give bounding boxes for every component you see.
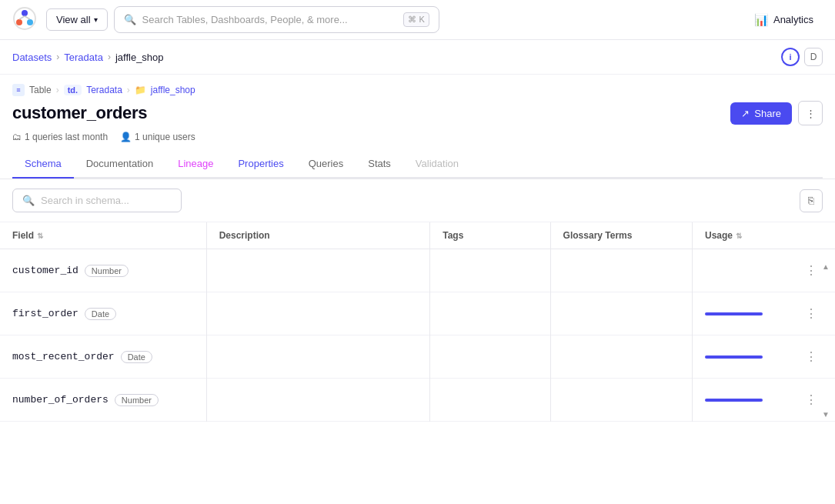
field-name: customer_id Number bbox=[12, 265, 194, 277]
asset-bc-db[interactable]: Teradata bbox=[86, 85, 122, 95]
svg-point-1 bbox=[22, 10, 28, 16]
usage-cell bbox=[692, 335, 787, 379]
usage-cell bbox=[692, 292, 787, 335]
schema-tabs: Schema Documentation Lineage Properties … bbox=[12, 150, 823, 179]
asset-title-row: customer_orders ↗ Share ⋮ bbox=[12, 101, 823, 125]
more-cell: ⋮ bbox=[787, 335, 835, 379]
usage-cell bbox=[692, 249, 787, 292]
bc-sep-1: › bbox=[56, 52, 59, 62]
asset-meta: 🗂 1 queries last month 👤 1 unique users bbox=[12, 132, 823, 142]
more-cell: ⋮ bbox=[787, 292, 835, 335]
breadcrumb-current: jaffle_shop bbox=[115, 52, 164, 63]
svg-line-4 bbox=[19, 16, 25, 19]
tab-queries[interactable]: Queries bbox=[296, 150, 356, 179]
tab-schema[interactable]: Schema bbox=[12, 150, 74, 179]
top-navigation: View all ▾ 🔍 Search Tables, Dashboards, … bbox=[0, 0, 835, 40]
description-cell bbox=[206, 379, 430, 422]
breadcrumb-teradata[interactable]: Teradata bbox=[64, 52, 103, 63]
scroll-down-indicator[interactable]: ▼ bbox=[820, 410, 832, 419]
keyboard-shortcut: ⌘ K bbox=[403, 12, 429, 27]
bar-chart-icon: 📊 bbox=[754, 13, 769, 27]
query-icon: 🗂 bbox=[12, 132, 22, 142]
view-all-button[interactable]: View all ▾ bbox=[46, 8, 108, 31]
search-schema-icon: 🔍 bbox=[22, 195, 35, 206]
field-name-text: first_order bbox=[12, 308, 78, 319]
tab-validation[interactable]: Validation bbox=[403, 150, 471, 179]
th-glossary: Glossary Terms bbox=[550, 222, 692, 249]
tab-documentation[interactable]: Documentation bbox=[74, 150, 165, 179]
users-icon: 👤 bbox=[120, 132, 132, 142]
usage-cell bbox=[692, 379, 787, 422]
tags-col-label: Tags bbox=[443, 230, 463, 241]
field-name: number_of_orders Number bbox=[12, 394, 194, 406]
asset-bc-type: Table bbox=[29, 85, 52, 95]
tab-lineage[interactable]: Lineage bbox=[165, 150, 225, 179]
type-badge: Number bbox=[85, 265, 129, 277]
usage-bar bbox=[705, 399, 763, 402]
asset-breadcrumb: ≡ Table › td. Teradata › 📁 jaffle_shop bbox=[12, 84, 823, 96]
table-row: most_recent_order Date ⋮ bbox=[0, 335, 835, 379]
queries-meta: 🗂 1 queries last month bbox=[12, 132, 108, 142]
queries-meta-text: 1 queries last month bbox=[25, 132, 108, 142]
tab-stats[interactable]: Stats bbox=[356, 150, 403, 179]
table-row: number_of_orders Number ⋮ bbox=[0, 379, 835, 422]
search-bar[interactable]: 🔍 Search Tables, Dashboards, People, & m… bbox=[114, 6, 439, 33]
field-col-label: Field bbox=[12, 230, 34, 241]
field-sort-icon[interactable]: ⇅ bbox=[37, 232, 43, 240]
field-name: first_order Date bbox=[12, 308, 194, 320]
asset-header: ≡ Table › td. Teradata › 📁 jaffle_shop c… bbox=[0, 75, 835, 179]
glossary-cell bbox=[550, 249, 692, 292]
glossary-col-label: Glossary Terms bbox=[563, 230, 633, 241]
schema-search[interactable]: 🔍 Search in schema... bbox=[12, 189, 182, 212]
field-cell: number_of_orders Number bbox=[0, 379, 206, 422]
breadcrumb-datasets[interactable]: Datasets bbox=[12, 52, 52, 63]
usage-sort-icon[interactable]: ⇅ bbox=[736, 232, 742, 240]
table-icon: ≡ bbox=[12, 84, 25, 96]
chevron-down-icon: ▾ bbox=[94, 15, 98, 24]
users-meta: 👤 1 unique users bbox=[120, 132, 195, 142]
usage-bar bbox=[705, 355, 763, 359]
description-cell bbox=[206, 249, 430, 292]
schema-table-wrapper: Field ⇅ Description Tags Glossary Terms bbox=[0, 222, 835, 422]
tab-properties[interactable]: Properties bbox=[225, 150, 296, 179]
glossary-cell bbox=[550, 379, 692, 422]
more-options-button[interactable]: ⋮ bbox=[798, 101, 823, 125]
table-row: customer_id Number ⋮ bbox=[0, 249, 835, 292]
asset-title: customer_orders bbox=[12, 103, 147, 123]
bc-arrow-2: › bbox=[127, 85, 130, 95]
row-more-button[interactable]: ⋮ bbox=[799, 303, 823, 324]
svg-point-2 bbox=[16, 19, 22, 25]
bc-arrow-1: › bbox=[56, 85, 59, 95]
tags-cell bbox=[430, 335, 550, 379]
share-label: Share bbox=[754, 108, 781, 119]
logo[interactable] bbox=[12, 6, 37, 33]
expand-button[interactable]: D bbox=[804, 48, 823, 66]
table-row: first_order Date ⋮ bbox=[0, 292, 835, 335]
asset-actions: ↗ Share ⋮ bbox=[730, 101, 823, 125]
glossary-cell bbox=[550, 292, 692, 335]
row-more-button[interactable]: ⋮ bbox=[799, 346, 823, 367]
field-name-text: customer_id bbox=[12, 265, 78, 276]
field-name-text: number_of_orders bbox=[12, 394, 109, 406]
row-more-button[interactable]: ⋮ bbox=[799, 389, 823, 410]
th-tags: Tags bbox=[430, 222, 550, 249]
schema-content: 🔍 Search in schema... ⎘ Field ⇅ Descript… bbox=[0, 179, 835, 422]
copy-button[interactable]: ⎘ bbox=[800, 189, 823, 212]
info-button[interactable]: i bbox=[781, 48, 800, 66]
scroll-up-indicator[interactable]: ▲ bbox=[820, 262, 832, 271]
share-button[interactable]: ↗ Share bbox=[730, 102, 792, 125]
search-icon: 🔍 bbox=[124, 14, 136, 25]
asset-bc-schema[interactable]: jaffle_shop bbox=[151, 85, 195, 95]
folder-icon: 📁 bbox=[135, 85, 146, 95]
type-badge: Date bbox=[121, 351, 152, 363]
analytics-button[interactable]: 📊 Analytics bbox=[745, 8, 823, 32]
schema-search-row: 🔍 Search in schema... ⎘ bbox=[0, 179, 835, 222]
search-placeholder-text: Search Tables, Dashboards, People, & mor… bbox=[142, 14, 398, 25]
share-icon: ↗ bbox=[741, 108, 750, 119]
analytics-label: Analytics bbox=[773, 14, 813, 25]
th-more bbox=[787, 222, 835, 249]
users-meta-text: 1 unique users bbox=[135, 132, 195, 142]
schema-body: customer_id Number ⋮ first_order Date ⋮ … bbox=[0, 249, 835, 422]
copy-icon: ⎘ bbox=[808, 195, 814, 206]
bc-sep-2: › bbox=[108, 52, 111, 62]
